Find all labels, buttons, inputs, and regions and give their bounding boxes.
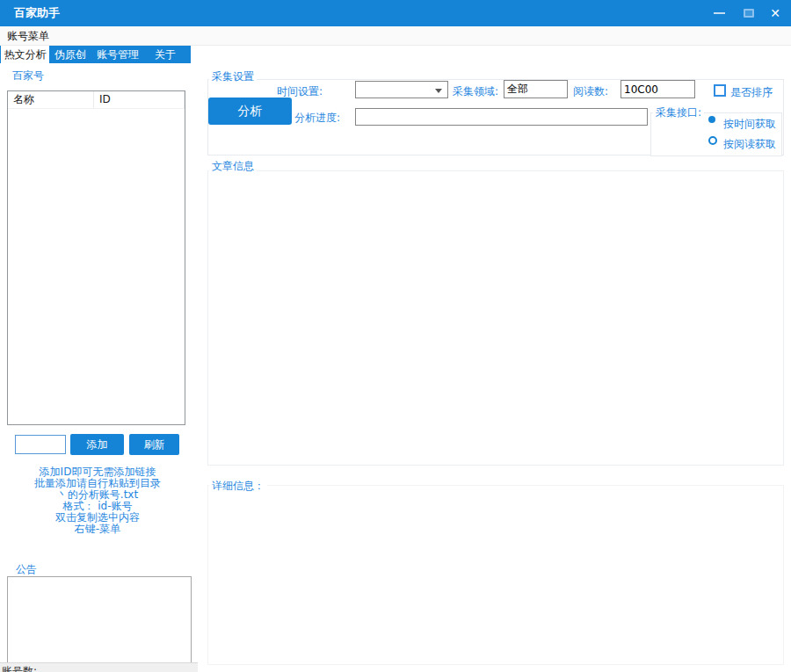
radio-by-reads[interactable] <box>708 136 717 145</box>
close-icon: ✕ <box>770 7 780 19</box>
tab-bar: 热文分析 伪原创 账号管理 关于 <box>0 46 791 63</box>
notice-box <box>7 576 192 663</box>
radio-by-time-label[interactable]: 按时间获取 <box>723 117 776 132</box>
detail-info-label: 详细信息： <box>209 479 267 494</box>
collect-settings-label: 采集设置 <box>209 69 257 84</box>
article-info-label: 文章信息 <box>209 159 257 174</box>
status-bar: 账号数: <box>0 662 198 672</box>
collect-field-label: 采集领域: <box>453 84 498 99</box>
radio-by-reads-label[interactable]: 按阅读获取 <box>723 137 776 152</box>
collect-api-group-label: 采集接口: <box>653 105 704 120</box>
maximize-button[interactable] <box>735 0 763 26</box>
refresh-button[interactable]: 刷新 <box>129 434 179 455</box>
collect-field-input[interactable] <box>504 80 568 98</box>
read-count-input[interactable] <box>620 80 695 98</box>
tab-pseudo-original[interactable]: 伪原创 <box>51 46 90 63</box>
analyze-progress-label: 分析进度: <box>294 111 340 126</box>
app-window: 百家助手 ✕ 账号菜单 热文分析 伪原创 账号管理 关于 百家号 名称 ID 添… <box>0 0 791 672</box>
maximize-icon <box>744 9 754 18</box>
menu-item-account[interactable]: 账号菜单 <box>5 26 51 46</box>
tab-about[interactable]: 关于 <box>150 46 180 63</box>
account-count-label: 账号数: <box>2 664 37 672</box>
account-id-input[interactable] <box>15 435 66 454</box>
tab-account-management[interactable]: 账号管理 <box>92 46 143 63</box>
sort-checkbox[interactable] <box>714 84 726 97</box>
column-header-id[interactable]: ID <box>94 91 185 108</box>
title-bar: 百家助手 ✕ <box>0 0 791 26</box>
minimize-button[interactable] <box>705 0 733 26</box>
detail-info-group <box>207 485 784 665</box>
sort-checkbox-label: 是否排序 <box>730 85 773 100</box>
menu-bar: 账号菜单 <box>0 26 791 46</box>
tab-hot-article-analysis[interactable]: 热文分析 <box>1 46 49 63</box>
baijia-account-group-label: 百家号 <box>12 69 44 83</box>
chevron-down-icon <box>435 89 442 93</box>
account-list-header: 名称 ID <box>8 91 185 109</box>
radio-by-time[interactable] <box>708 116 715 123</box>
minimize-icon <box>714 12 725 14</box>
time-setting-select[interactable] <box>355 81 448 98</box>
read-count-label: 阅读数: <box>573 84 608 99</box>
app-title: 百家助手 <box>14 0 60 26</box>
close-button[interactable]: ✕ <box>761 0 789 26</box>
analyze-progress-input[interactable] <box>355 108 648 126</box>
analyze-button[interactable]: 分析 <box>208 98 292 125</box>
account-list[interactable]: 名称 ID <box>7 90 185 425</box>
add-button[interactable]: 添加 <box>70 434 124 455</box>
help-text: 添加ID即可无需添加链接 批量添加请自行粘贴到目录 丶的分析账号.txt 格式：… <box>0 466 195 535</box>
notice-group-label: 公告 <box>16 562 37 577</box>
article-info-group <box>207 170 784 466</box>
help-line: 右键-菜单 <box>0 524 195 535</box>
column-header-name[interactable]: 名称 <box>8 91 94 108</box>
